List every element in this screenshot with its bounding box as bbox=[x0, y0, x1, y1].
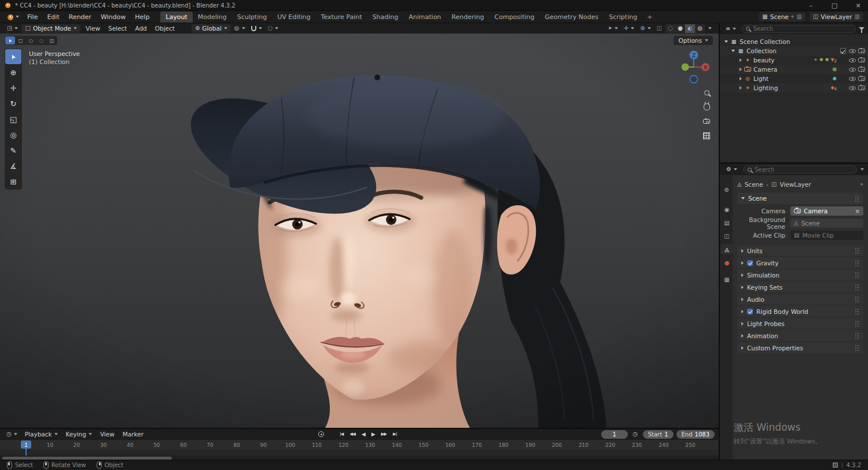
blender-menu-button[interactable] bbox=[3, 13, 22, 21]
drag-handle[interactable] bbox=[855, 272, 859, 278]
frame-end-field[interactable]: End 1083 bbox=[676, 430, 715, 439]
viewlayer-selector[interactable]: ◫ ViewLayer ▥ bbox=[810, 12, 863, 21]
camera-view-button[interactable] bbox=[702, 117, 711, 126]
editor-type-button[interactable]: ⚙ bbox=[724, 166, 740, 172]
timeline-ruler-ticks[interactable]: 1020304050607080901001101201301401501601… bbox=[0, 439, 719, 450]
outliner-search-input[interactable]: Search bbox=[741, 25, 856, 33]
timeline-menu-item[interactable]: Keying bbox=[62, 430, 96, 438]
timeline-menu-item[interactable]: Marker bbox=[119, 430, 148, 438]
editor-type-button[interactable]: ◷ bbox=[4, 431, 20, 437]
drag-handle[interactable] bbox=[855, 332, 859, 339]
panel-checkbox[interactable] bbox=[747, 260, 753, 266]
gizmos-toggle[interactable]: ✛ bbox=[621, 25, 637, 31]
properties-panel[interactable]: Simulation bbox=[737, 269, 863, 280]
properties-panel[interactable]: Units bbox=[737, 245, 863, 256]
disable-render-toggle[interactable] bbox=[858, 76, 865, 81]
collection-checkbox[interactable] bbox=[840, 48, 846, 54]
workspace-tab[interactable]: Geometry Nodes bbox=[539, 12, 604, 23]
auto-keying-toggle[interactable] bbox=[317, 430, 326, 439]
outliner-row-collection[interactable]: ▦ Collection bbox=[720, 46, 868, 55]
menu-item[interactable]: Help bbox=[130, 12, 154, 22]
workspace-tab[interactable]: Animation bbox=[403, 12, 446, 23]
hide-viewport-toggle[interactable] bbox=[849, 49, 856, 53]
chevron-down-icon[interactable] bbox=[860, 168, 864, 171]
workspace-tab[interactable]: Texture Paint bbox=[316, 12, 367, 23]
drag-handle[interactable] bbox=[855, 345, 859, 351]
tool-button[interactable]: ◱ bbox=[5, 112, 21, 127]
timeline-menu-item[interactable]: View bbox=[96, 430, 119, 438]
workspace-tab[interactable]: Shading bbox=[367, 12, 404, 23]
new-scene-button[interactable]: ▥ bbox=[796, 14, 801, 20]
disclosure-icon[interactable] bbox=[724, 40, 728, 43]
tool-button[interactable]: ✎ bbox=[5, 143, 21, 158]
zoom-button[interactable] bbox=[702, 88, 711, 97]
axis-negz-ball[interactable] bbox=[690, 76, 698, 83]
properties-tab[interactable]: ◉ bbox=[721, 204, 733, 214]
menu-item[interactable]: Window bbox=[96, 12, 130, 22]
drag-handle[interactable] bbox=[855, 320, 859, 327]
snap-toggle[interactable] bbox=[249, 26, 264, 31]
editor-type-button[interactable]: ≡ bbox=[723, 26, 738, 32]
pin-icon[interactable]: ⌖ bbox=[791, 14, 795, 20]
tool-button[interactable]: ⊞ bbox=[5, 174, 21, 189]
tool-button[interactable]: ◎ bbox=[5, 127, 21, 142]
light-data-icon[interactable]: ● bbox=[833, 76, 837, 81]
tool-button[interactable]: ✛ bbox=[5, 80, 21, 95]
outliner-row-scene-collection[interactable]: ▦ Scene Collection bbox=[720, 37, 868, 46]
editor-type-button[interactable]: ◳ bbox=[5, 25, 20, 31]
mesh-data-icon[interactable]: ✱ bbox=[825, 58, 829, 62]
viewport-menu-item[interactable]: Select bbox=[104, 24, 131, 32]
maximize-button[interactable]: □ bbox=[825, 0, 844, 11]
transport-button[interactable]: |◀ bbox=[337, 431, 345, 438]
axis-y-ball[interactable] bbox=[682, 64, 689, 71]
camera-field[interactable]: Camera × bbox=[790, 206, 863, 216]
select-mode-button[interactable]: ○ bbox=[26, 36, 36, 45]
panel-checkbox[interactable] bbox=[747, 309, 753, 314]
mesh-data-icon[interactable]: ✱ bbox=[819, 58, 823, 62]
hide-viewport-toggle[interactable] bbox=[849, 86, 856, 90]
disclosure-icon[interactable] bbox=[731, 50, 735, 52]
drag-handle[interactable] bbox=[855, 284, 859, 290]
clear-button[interactable]: × bbox=[855, 208, 860, 214]
orthographic-toggle[interactable] bbox=[702, 131, 711, 140]
select-mode-button[interactable]: ◫ bbox=[47, 36, 57, 45]
select-mode-button[interactable]: ➤ bbox=[5, 36, 15, 45]
drag-handle[interactable] bbox=[855, 195, 859, 202]
outliner-row-camera[interactable]: Camera ▦ bbox=[720, 65, 868, 74]
disclosure-icon[interactable] bbox=[740, 77, 742, 80]
xray-toggle[interactable]: ◫ bbox=[654, 25, 664, 31]
shading-wireframe-button[interactable]: ◌ bbox=[665, 24, 675, 33]
outliner-row-lighting[interactable]: ✶ Lighting ◆4 bbox=[720, 83, 868, 92]
disable-render-toggle[interactable] bbox=[858, 49, 865, 53]
tool-button[interactable]: ∡ bbox=[5, 158, 21, 173]
disclosure-icon[interactable] bbox=[740, 68, 742, 71]
outliner-row-light[interactable]: ◎ Light ● bbox=[720, 74, 868, 83]
properties-tab[interactable]: ▤ bbox=[721, 217, 733, 228]
drag-handle[interactable] bbox=[855, 260, 859, 266]
breadcrumb-scene[interactable]: Scene bbox=[745, 181, 763, 188]
current-frame-field[interactable]: 1 bbox=[601, 430, 628, 439]
current-frame-indicator[interactable]: 1 bbox=[21, 441, 31, 449]
viewport-menu-item[interactable]: View bbox=[82, 24, 104, 32]
workspace-tab[interactable]: UV Editing bbox=[272, 12, 315, 23]
filter-icon[interactable] bbox=[859, 27, 865, 30]
shading-rendered-button[interactable]: ◍ bbox=[695, 24, 705, 33]
properties-panel[interactable]: Light Probes bbox=[737, 318, 863, 329]
outliner-row-beauty[interactable]: ✦ beauty ✦ ✱ ✱ ▼2 bbox=[720, 55, 868, 65]
properties-tab[interactable]: ◬ bbox=[721, 244, 733, 254]
pin-icon[interactable]: ⌖ bbox=[860, 182, 863, 187]
frame-start-field[interactable]: Start 1 bbox=[643, 430, 674, 439]
properties-panel[interactable]: Keying Sets bbox=[737, 282, 863, 293]
scene-panel-header[interactable]: Scene bbox=[737, 193, 863, 204]
viewport-menu-item[interactable]: Add bbox=[131, 24, 150, 32]
pan-button[interactable] bbox=[702, 102, 711, 112]
tool-button[interactable]: ↻ bbox=[5, 96, 21, 111]
properties-tab[interactable]: ◫ bbox=[721, 231, 733, 241]
transport-button[interactable]: ◀◀ bbox=[347, 431, 358, 438]
new-viewlayer-button[interactable]: ▥ bbox=[855, 14, 860, 20]
proportional-editing-toggle[interactable]: ○ bbox=[266, 25, 281, 31]
workspace-tab[interactable]: Layout bbox=[160, 12, 192, 23]
properties-panel[interactable]: Audio bbox=[737, 294, 863, 305]
background-image-icon[interactable]: ▦ bbox=[832, 67, 837, 72]
armature-data-icon[interactable]: ✦ bbox=[814, 58, 818, 62]
